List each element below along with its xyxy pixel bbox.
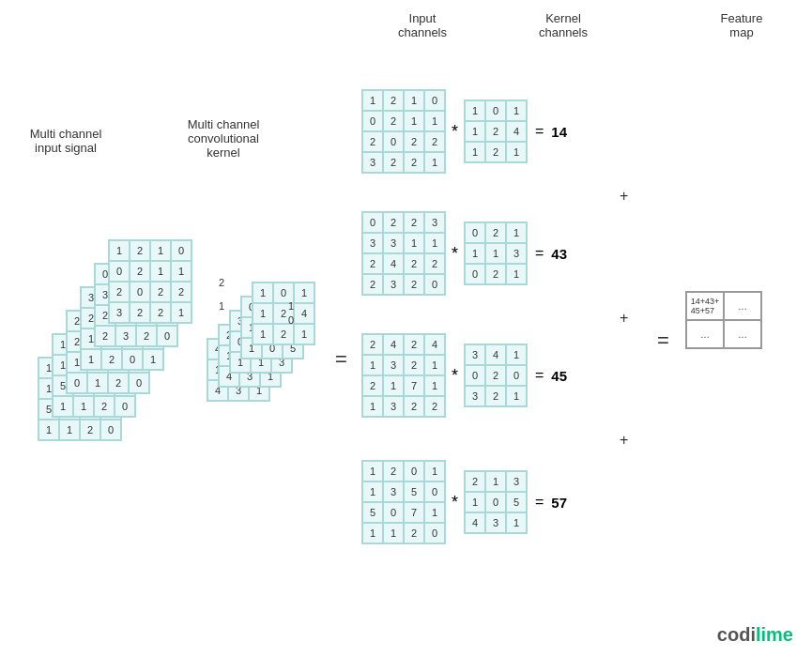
kernel-layer-0: 101 124 121 (252, 282, 315, 345)
input-ch4: 1201 1350 5071 1120 (361, 460, 446, 544)
multi-channel-input-label: Multi channelinput signal (9, 127, 122, 155)
feature-cell-1: 14+43+45+57 (686, 292, 724, 320)
channel-row-1: 1210 0211 2022 3221 * 101 124 121 = 14 (361, 89, 567, 174)
multiply-1: * (452, 122, 458, 142)
kernel-ch4: 213 105 431 (464, 470, 528, 534)
final-equals: = (657, 328, 669, 353)
plus-2: + (620, 310, 628, 327)
input-layer-front: 1210 0211 2022 3221 (108, 239, 192, 324)
multiply-4: * (452, 493, 458, 512)
input-channels-title: Inputchannels (375, 11, 469, 39)
multi-channel-kernel-label: Multi channelconvolutionalkernel (167, 117, 280, 160)
input-ch1: 1210 0211 2022 3221 (361, 89, 446, 174)
kernel-ch3: 341 020 321 (464, 344, 528, 407)
multiply-3: * (452, 366, 458, 386)
input-ch3: 2424 1321 2171 1322 (361, 333, 446, 418)
logo-lime: lime (756, 624, 793, 645)
input-depth-1: 1 (219, 300, 224, 312)
channel-row-2: 0223 3311 2422 2320 * 021 113 021 = 43 (361, 211, 567, 296)
kernel-ch2: 021 113 021 (464, 222, 528, 285)
equals-4: = (535, 494, 544, 511)
equals-1: = (535, 123, 544, 140)
equals-2: = (535, 245, 544, 262)
input-ch2: 0223 3311 2422 2320 (361, 211, 446, 296)
multiply-2: * (452, 244, 458, 264)
kernel-depth-0: 0 (288, 314, 294, 326)
result-4: 57 (551, 495, 567, 511)
kernel-ch1: 101 124 121 (464, 99, 528, 163)
equals-3: = (535, 367, 544, 384)
feature-map: 14+43+45+57 … … … (685, 291, 762, 349)
channel-row-3: 2424 1321 2171 1322 * 341 020 321 = 45 (361, 333, 567, 418)
result-3: 45 (551, 368, 567, 384)
result-1: 14 (551, 124, 567, 140)
feature-cell-4: … (724, 320, 761, 348)
input-depth-2: 2 (219, 277, 224, 288)
kernel-channels-title: Kernelchannels (526, 11, 601, 39)
feature-cell-2: … (724, 292, 761, 320)
result-2: 43 (551, 246, 567, 262)
kernel-depth-1: 1 (288, 300, 294, 312)
feature-map-container: 14+43+45+57 … … … (685, 291, 762, 349)
plus-1: + (620, 188, 628, 205)
plus-3: + (620, 432, 628, 449)
feature-cell-3: … (686, 320, 724, 348)
logo: codilime (717, 624, 793, 646)
logo-codi: codi (717, 624, 756, 645)
feature-map-title: Featuremap (704, 11, 779, 39)
main-container: Inputchannels Kernelchannels Featuremap … (0, 0, 812, 657)
channel-row-4: 1201 1350 5071 1120 * 213 105 431 = 57 (361, 460, 567, 544)
big-equals-sign: = (335, 347, 347, 372)
